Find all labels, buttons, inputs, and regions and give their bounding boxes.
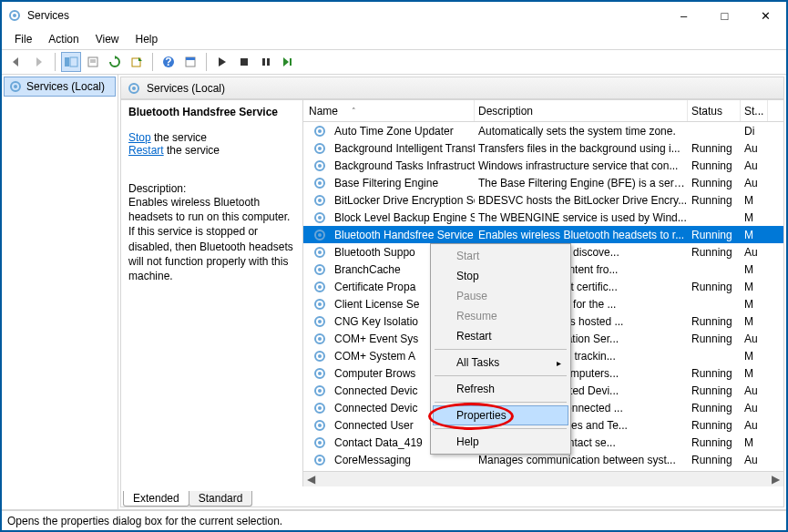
svg-point-59	[318, 458, 322, 462]
description-text: Enables wireless Bluetooth headsets to r…	[128, 195, 295, 283]
service-name: Certificate Propa	[334, 281, 415, 293]
service-name: Background Intelligent Transf...	[334, 142, 475, 155]
menu-action[interactable]: Action	[41, 31, 86, 47]
gear-icon	[312, 228, 327, 242]
svg-point-53	[318, 406, 322, 410]
start-service-button[interactable]	[212, 52, 232, 72]
service-status: Running	[688, 332, 741, 345]
service-row[interactable]: Auto Time Zone UpdaterAutomatically sets…	[303, 122, 783, 139]
minimize-button[interactable]: –	[663, 2, 704, 29]
service-description: BDESVC hosts the BitLocker Drive Encry..…	[475, 194, 688, 207]
svg-rect-13	[262, 58, 265, 66]
context-menu-item-restart[interactable]: Restart	[433, 326, 568, 346]
help-toolbar-button[interactable]: ?	[159, 52, 179, 72]
svg-point-17	[14, 85, 17, 88]
column-description[interactable]: Description	[475, 100, 688, 121]
svg-point-41	[318, 302, 322, 306]
service-row[interactable]: Background Intelligent Transf...Transfer…	[303, 139, 783, 157]
gear-icon	[312, 124, 327, 138]
submenu-arrow-icon: ▸	[557, 358, 561, 368]
export-list-button[interactable]	[127, 52, 147, 72]
service-name: Connected Devic	[334, 402, 417, 414]
svg-point-37	[318, 268, 322, 271]
tree-root-services-local[interactable]: Services (Local)	[4, 77, 116, 97]
tab-standard[interactable]: Standard	[189, 491, 253, 506]
service-name: Client License Se	[334, 298, 419, 311]
service-status: Running	[688, 454, 741, 466]
forward-button[interactable]	[29, 52, 49, 72]
gear-icon	[312, 384, 327, 398]
service-startup: M	[741, 229, 768, 241]
properties-toolbar-button[interactable]	[83, 52, 103, 72]
service-status: Running	[688, 402, 741, 414]
menu-help[interactable]: Help	[128, 31, 166, 47]
column-name[interactable]: Name ˄	[303, 100, 475, 121]
service-row[interactable]: Background Tasks Infrastruct...Windows i…	[303, 157, 783, 174]
gear-icon	[312, 435, 327, 450]
service-status: Running	[688, 436, 741, 449]
service-startup: Au	[741, 142, 768, 155]
scroll-right-icon[interactable]: ▶	[768, 472, 783, 487]
service-row[interactable]: Bluetooth Handsfree ServiceEnables wirel…	[303, 226, 783, 243]
horizontal-scrollbar[interactable]: ◀ ▶	[303, 471, 783, 486]
svg-point-49	[318, 372, 322, 375]
show-hide-tree-button[interactable]	[61, 52, 81, 72]
context-menu-item-refresh[interactable]: Refresh	[433, 379, 568, 399]
scroll-left-icon[interactable]: ◀	[303, 472, 319, 487]
service-startup: Au	[741, 454, 768, 466]
back-button[interactable]	[7, 52, 27, 72]
service-startup: Au	[741, 177, 768, 189]
service-startup: M	[741, 211, 768, 224]
service-name: BranchCache	[334, 263, 401, 276]
context-menu-separator	[435, 375, 567, 376]
refresh-button[interactable]	[105, 52, 125, 72]
tab-extended[interactable]: Extended	[123, 491, 189, 506]
stop-service-link[interactable]: Stop	[128, 131, 151, 144]
service-status: Running	[688, 246, 741, 259]
pause-service-button[interactable]	[256, 52, 276, 72]
context-menu-item-resume: Resume	[433, 306, 568, 326]
restart-service-button[interactable]	[278, 52, 298, 72]
service-status: Running	[688, 194, 741, 207]
service-name: COM+ System A	[334, 350, 415, 363]
service-startup: Au	[741, 159, 768, 172]
context-menu-item-properties[interactable]: Properties	[433, 405, 568, 425]
restart-service-link[interactable]: Restart	[128, 144, 164, 157]
status-text: Opens the properties dialog box for the …	[7, 515, 282, 527]
menu-view[interactable]: View	[88, 31, 127, 47]
service-name: Bluetooth Suppo	[334, 246, 415, 259]
help-topics-button[interactable]	[180, 52, 200, 72]
svg-point-23	[318, 147, 322, 150]
context-menu-item-all-tasks[interactable]: All Tasks▸	[433, 353, 568, 373]
gear-icon	[127, 81, 141, 96]
tree-root-label: Services (Local)	[26, 80, 105, 93]
svg-point-1	[13, 14, 16, 17]
service-startup: M	[741, 281, 768, 293]
service-description: Enables wireless Bluetooth headsets to r…	[475, 229, 688, 241]
context-menu-item-help[interactable]: Help	[433, 432, 568, 452]
service-row[interactable]: BitLocker Drive Encryption Se...BDESVC h…	[303, 191, 783, 209]
column-status[interactable]: Status	[688, 100, 741, 121]
close-button[interactable]: ✕	[745, 2, 786, 29]
service-startup: Au	[741, 419, 768, 432]
service-row[interactable]: Block Level Backup Engine Se...The WBENG…	[303, 209, 783, 226]
service-status: Running	[688, 177, 741, 189]
service-status: Running	[688, 229, 741, 241]
service-row[interactable]: Base Filtering EngineThe Base Filtering …	[303, 174, 783, 191]
service-status: Running	[688, 315, 741, 328]
statusbar: Opens the properties dialog box for the …	[2, 510, 786, 530]
description-label: Description:	[128, 182, 295, 195]
svg-point-27	[318, 181, 322, 185]
gear-icon	[312, 280, 327, 294]
service-name: Base Filtering Engine	[334, 177, 438, 189]
svg-point-35	[318, 251, 322, 254]
context-menu-item-stop[interactable]: Stop	[433, 266, 568, 286]
gear-icon	[312, 366, 327, 381]
service-description: Automatically sets the system time zone.	[475, 125, 688, 138]
svg-point-19	[132, 87, 136, 90]
maximize-button[interactable]: □	[704, 2, 745, 29]
column-startup-type[interactable]: St...	[741, 100, 768, 121]
stop-service-button[interactable]	[234, 52, 254, 72]
context-menu-separator	[435, 402, 567, 403]
menu-file[interactable]: File	[7, 31, 39, 47]
